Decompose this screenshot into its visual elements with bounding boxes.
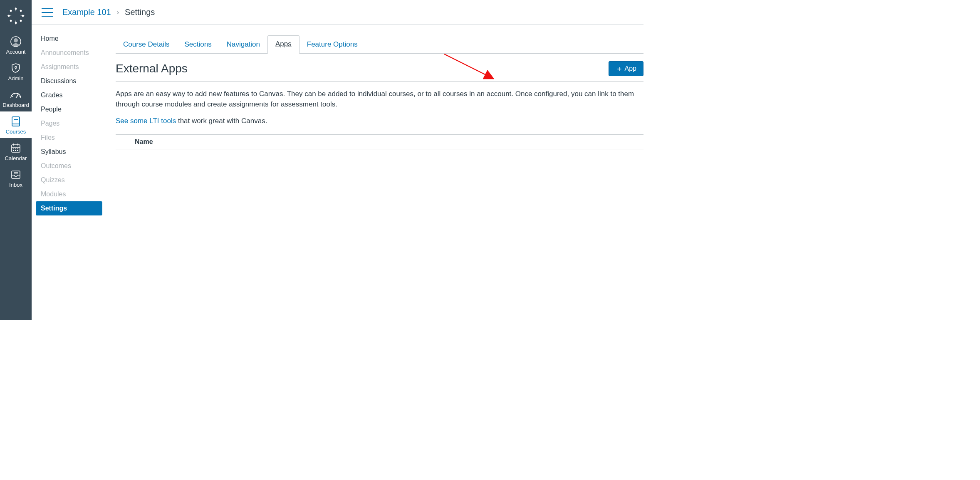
tab-sections[interactable]: Sections <box>177 36 219 54</box>
breadcrumb-current: Settings <box>125 7 155 17</box>
svg-rect-24 <box>15 148 16 149</box>
svg-point-9 <box>14 38 18 42</box>
calendar-icon <box>10 142 22 154</box>
course-nav-assignments[interactable]: Assignments <box>36 60 102 74</box>
global-nav-dashboard[interactable]: Dashboard <box>0 85 32 111</box>
svg-point-4 <box>10 10 12 12</box>
svg-rect-29 <box>12 171 20 178</box>
svg-point-15 <box>19 96 20 97</box>
svg-point-5 <box>20 10 22 12</box>
tab-course-details[interactable]: Course Details <box>116 36 177 54</box>
shield-icon <box>10 62 22 74</box>
svg-line-11 <box>16 94 18 98</box>
lti-tools-line: See some LTI tools that work great with … <box>116 117 643 125</box>
tab-apps[interactable]: Apps <box>267 35 299 54</box>
course-nav-outcomes[interactable]: Outcomes <box>36 159 102 173</box>
course-nav: Home Announcements Assignments Discussio… <box>36 25 102 320</box>
svg-point-10 <box>15 67 17 68</box>
add-app-button-label: App <box>625 65 636 72</box>
breadcrumb-course-link[interactable]: Example 101 <box>62 7 111 17</box>
page-header: External Apps ＋ App <box>116 55 643 82</box>
course-nav-modules[interactable]: Modules <box>36 187 102 201</box>
settings-tabs: Course Details Sections Navigation Apps … <box>116 35 643 54</box>
lti-tools-link[interactable]: See some LTI tools <box>116 117 176 125</box>
breadcrumb-separator: › <box>117 9 119 16</box>
global-nav-label: Calendar <box>5 155 27 161</box>
course-nav-settings[interactable]: Settings <box>36 201 102 215</box>
course-nav-people[interactable]: People <box>36 102 102 116</box>
breadcrumb: Example 101 › Settings <box>62 7 155 17</box>
content-region: Example 101 › Settings Home Announcement… <box>32 0 653 320</box>
apps-table-header: Name <box>116 134 643 149</box>
svg-point-14 <box>17 94 18 94</box>
column-name: Name <box>135 138 153 145</box>
svg-point-7 <box>20 20 22 22</box>
global-nav-label: Account <box>6 49 26 55</box>
svg-point-6 <box>10 20 12 22</box>
svg-rect-23 <box>13 148 14 149</box>
apps-description: Apps are an easy way to add new features… <box>116 89 643 109</box>
add-app-button[interactable]: ＋ App <box>609 61 643 76</box>
global-nav-label: Admin <box>8 75 24 82</box>
svg-point-12 <box>12 96 13 97</box>
user-icon <box>10 36 22 47</box>
course-nav-announcements[interactable]: Announcements <box>36 46 102 60</box>
plus-icon: ＋ <box>616 65 623 72</box>
canvas-logo[interactable] <box>0 0 32 32</box>
course-nav-quizzes[interactable]: Quizzes <box>36 173 102 187</box>
svg-rect-26 <box>13 150 14 151</box>
topbar: Example 101 › Settings <box>32 0 643 25</box>
course-nav-files[interactable]: Files <box>36 131 102 145</box>
svg-point-13 <box>14 94 15 94</box>
tab-feature-options[interactable]: Feature Options <box>299 36 365 54</box>
course-nav-grades[interactable]: Grades <box>36 88 102 102</box>
tab-navigation[interactable]: Navigation <box>219 36 267 54</box>
svg-rect-16 <box>12 117 20 126</box>
canvas-logo-icon <box>7 7 25 25</box>
global-nav-label: Dashboard <box>2 102 29 108</box>
svg-rect-28 <box>17 150 18 151</box>
course-nav-toggle[interactable] <box>42 8 53 17</box>
global-nav-admin[interactable]: Admin <box>0 58 32 85</box>
course-nav-syllabus[interactable]: Syllabus <box>36 145 102 159</box>
gauge-icon <box>10 89 22 101</box>
inbox-icon <box>10 169 22 181</box>
svg-rect-25 <box>17 148 18 149</box>
global-nav-courses[interactable]: Courses <box>0 111 32 138</box>
settings-main: Course Details Sections Navigation Apps … <box>102 25 653 320</box>
svg-rect-27 <box>15 150 16 151</box>
page-title: External Apps <box>116 62 188 75</box>
global-nav: Account Admin Dashboard Courses Calendar… <box>0 0 32 320</box>
course-nav-discussions[interactable]: Discussions <box>36 74 102 88</box>
course-nav-pages[interactable]: Pages <box>36 116 102 131</box>
global-nav-inbox[interactable]: Inbox <box>0 165 32 191</box>
course-nav-home[interactable]: Home <box>36 32 102 46</box>
global-nav-label: Courses <box>6 129 26 135</box>
global-nav-label: Inbox <box>9 182 22 188</box>
lti-trailing-text: that work great with Canvas. <box>176 117 267 125</box>
global-nav-calendar[interactable]: Calendar <box>0 138 32 165</box>
book-icon <box>10 116 22 127</box>
global-nav-account[interactable]: Account <box>0 32 32 58</box>
